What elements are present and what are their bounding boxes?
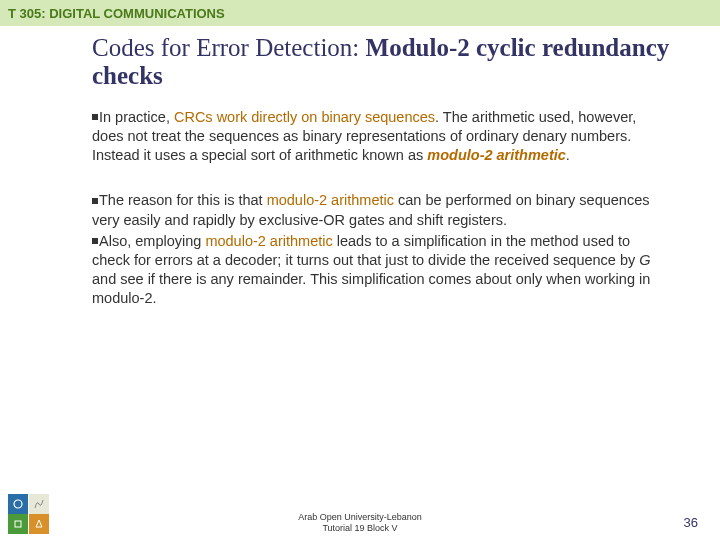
square-bullet-icon <box>92 114 98 120</box>
p3-highlight-b: modulo-2 arithmetic <box>205 233 332 249</box>
footer-tutorial: Tutorial 19 Block V <box>0 523 720 534</box>
logo-row-top <box>8 494 49 514</box>
p1-highlight-d: modulo-2 arithmetic <box>427 147 566 163</box>
p3-var-g: G <box>639 252 650 268</box>
logo-cell-icon <box>8 494 28 514</box>
slide-title-area: Codes for Error Detection: Modulo-2 cycl… <box>0 26 720 108</box>
p1-highlight-b: CRCs work directly on binary sequences <box>174 109 435 125</box>
page-number: 36 <box>684 515 698 530</box>
svg-point-0 <box>14 500 22 508</box>
bullet-3: Also, employing modulo-2 arithmetic lead… <box>92 232 654 309</box>
title-plain: Codes for Error Detection: <box>92 34 366 61</box>
p3-text-e: and see if there is any remainder. This … <box>92 271 650 306</box>
slide-title: Codes for Error Detection: Modulo-2 cycl… <box>92 34 720 90</box>
slide-content: In practice, CRCs work directly on binar… <box>0 108 720 308</box>
footer-center: Arab Open University-Lebanon Tutorial 19… <box>0 512 720 534</box>
bullet-1: In practice, CRCs work directly on binar… <box>92 108 654 165</box>
logo-cell-icon <box>29 494 49 514</box>
p3-text-a: Also, employing <box>99 233 205 249</box>
p2-text-a: The reason for this is that <box>99 192 267 208</box>
p1-text-a: In practice, <box>99 109 174 125</box>
square-bullet-icon <box>92 198 98 204</box>
bullet-2: The reason for this is that modulo-2 ari… <box>92 191 654 229</box>
p1-text-e: . <box>566 147 570 163</box>
course-header: T 305: DIGITAL COMMUNICATIONS <box>0 0 720 26</box>
course-code-title: T 305: DIGITAL COMMUNICATIONS <box>8 6 225 21</box>
p2-highlight-b: modulo-2 arithmetic <box>267 192 394 208</box>
square-bullet-icon <box>92 238 98 244</box>
footer-org: Arab Open University-Lebanon <box>0 512 720 523</box>
